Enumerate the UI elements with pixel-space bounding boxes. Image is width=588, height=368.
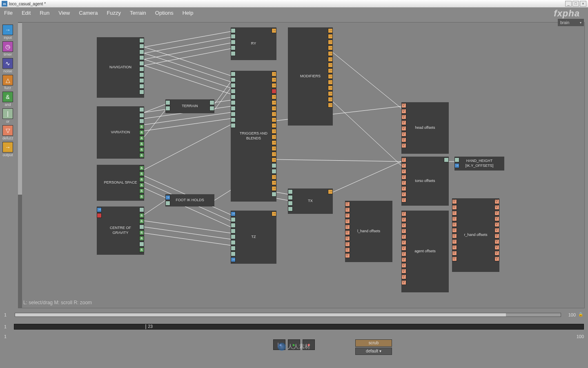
port-defuzz-icon[interactable] (401, 280, 406, 285)
node-rhand-offsets[interactable]: r_hand offsets (452, 198, 499, 272)
port-or-icon[interactable] (231, 77, 236, 82)
port-or-icon[interactable] (165, 100, 170, 105)
port-or-icon[interactable] (272, 163, 276, 168)
port-defuzz-icon[interactable] (401, 217, 406, 222)
port-output-icon[interactable] (272, 94, 276, 99)
port-output-icon[interactable] (272, 72, 276, 76)
port-output-icon[interactable] (272, 117, 276, 122)
port-defuzz-icon[interactable] (494, 245, 499, 250)
port-defuzz-icon[interactable] (401, 126, 406, 131)
tool-timer[interactable]: ◷timer (2, 41, 13, 56)
port-defuzz-icon[interactable] (452, 228, 457, 233)
port-defuzz-icon[interactable] (401, 163, 406, 168)
port-defuzz-icon[interactable] (452, 251, 457, 256)
port-defuzz-icon[interactable] (494, 205, 499, 210)
port-defuzz-icon[interactable] (452, 239, 457, 244)
tool-input[interactable]: →input (2, 25, 13, 40)
menu-terrain[interactable]: Terrain (130, 10, 146, 16)
port-and-icon[interactable]: & (139, 194, 144, 199)
node-agent-offsets[interactable]: agent offsets (401, 211, 449, 292)
port-defuzz-icon[interactable] (494, 256, 499, 261)
port-output-icon[interactable] (272, 140, 276, 145)
node-personal-space[interactable]: PERSONAL SPACE &&&&&& (97, 165, 144, 201)
port-or-icon[interactable] (165, 106, 170, 111)
view-dropdown[interactable]: brain (558, 19, 584, 26)
menu-camera[interactable]: Camera (79, 10, 98, 16)
port-or-icon[interactable] (231, 123, 236, 128)
port-input-icon[interactable] (231, 211, 236, 216)
port-or-icon[interactable] (139, 38, 144, 43)
port-or-icon[interactable] (231, 234, 236, 239)
port-or-icon[interactable] (139, 119, 144, 123)
port-defuzz-icon[interactable] (401, 263, 406, 268)
port-defuzz-icon[interactable] (401, 192, 406, 197)
port-or-icon[interactable] (231, 117, 236, 122)
port-and-icon[interactable]: & (139, 166, 144, 171)
node-tz[interactable]: TZ (231, 211, 276, 264)
port-defuzz-icon[interactable] (401, 274, 406, 279)
port-and-icon[interactable]: & (139, 188, 144, 193)
port-or-icon[interactable] (139, 90, 144, 94)
port-defuzz-icon[interactable] (345, 236, 350, 241)
port-icon[interactable] (97, 213, 102, 218)
port-or-icon[interactable] (139, 207, 144, 212)
port-or-icon[interactable] (231, 89, 236, 94)
port-or-icon[interactable] (288, 201, 293, 206)
port-defuzz-icon[interactable] (345, 247, 350, 252)
play-button[interactable]: ▸ (288, 339, 300, 350)
maximize-button[interactable]: □ (572, 1, 579, 7)
port-and-icon[interactable]: & (139, 136, 144, 141)
port-output-icon[interactable] (272, 100, 276, 105)
node-navigation[interactable]: NAVIGATION (97, 37, 144, 98)
port-defuzz-icon[interactable] (494, 233, 499, 238)
port-defuzz-icon[interactable] (494, 228, 499, 233)
timeline-track[interactable]: 23 (14, 324, 584, 330)
port-defuzz-icon[interactable] (401, 132, 406, 137)
port-defuzz-icon[interactable] (401, 109, 406, 114)
port-or-icon[interactable] (139, 113, 144, 118)
port-or-icon[interactable] (231, 100, 236, 105)
scrub-mode-button[interactable]: scrub (355, 339, 392, 347)
port-or-icon[interactable] (231, 34, 236, 39)
port-defuzz-icon[interactable] (401, 137, 406, 142)
port-output-icon[interactable] (328, 103, 333, 108)
tool-noise[interactable]: ∿noise (2, 58, 13, 73)
port-defuzz-icon[interactable] (494, 199, 499, 204)
port-or-icon[interactable] (139, 107, 144, 112)
port-output-icon[interactable] (272, 211, 276, 216)
port-and-icon[interactable]: & (139, 147, 144, 152)
port-defuzz-icon[interactable] (452, 199, 457, 204)
port-output-icon[interactable] (328, 57, 333, 62)
node-canvas[interactable]: NAVIGATION VARIATION &&&&&& PERSONAL SPA… (18, 22, 585, 308)
port-output-icon[interactable] (272, 83, 276, 88)
port-defuzz-icon[interactable] (345, 230, 350, 235)
port-output-icon[interactable] (272, 157, 276, 162)
port-output-icon[interactable] (328, 91, 333, 96)
port-output-icon[interactable] (328, 63, 333, 67)
tool-fuzz[interactable]: △fuzz (2, 75, 13, 90)
port-and-icon[interactable]: & (139, 236, 144, 241)
port-or-icon[interactable] (139, 61, 144, 66)
port-defuzz-icon[interactable] (345, 242, 350, 247)
node-foot-ik-holds[interactable]: FOOT IK HOLDS (165, 194, 214, 206)
port-or-icon[interactable] (139, 224, 144, 229)
port-and-icon[interactable]: & (139, 153, 144, 158)
port-defuzz-icon[interactable] (401, 251, 406, 256)
port-or-icon[interactable] (139, 49, 144, 54)
vertical-scrollbar[interactable] (18, 22, 22, 308)
port-defuzz-icon[interactable] (452, 256, 457, 261)
port-or-icon[interactable] (139, 44, 144, 49)
menu-fuzzy[interactable]: Fuzzy (107, 10, 121, 16)
port-or-icon[interactable] (139, 78, 144, 83)
port-defuzz-icon[interactable] (345, 224, 350, 229)
port-or-icon[interactable] (165, 201, 170, 206)
default-mode-dropdown[interactable]: default ▾ (355, 348, 392, 355)
port-defuzz-icon[interactable] (452, 205, 457, 210)
port-output-icon[interactable] (272, 28, 276, 33)
port-defuzz-icon[interactable] (401, 143, 406, 148)
port-defuzz-icon[interactable] (345, 219, 350, 224)
tool-and[interactable]: &and (2, 92, 13, 107)
port-or-icon[interactable] (272, 169, 276, 174)
port-or-icon[interactable] (231, 112, 236, 117)
port-defuzz-icon[interactable] (494, 211, 499, 215)
